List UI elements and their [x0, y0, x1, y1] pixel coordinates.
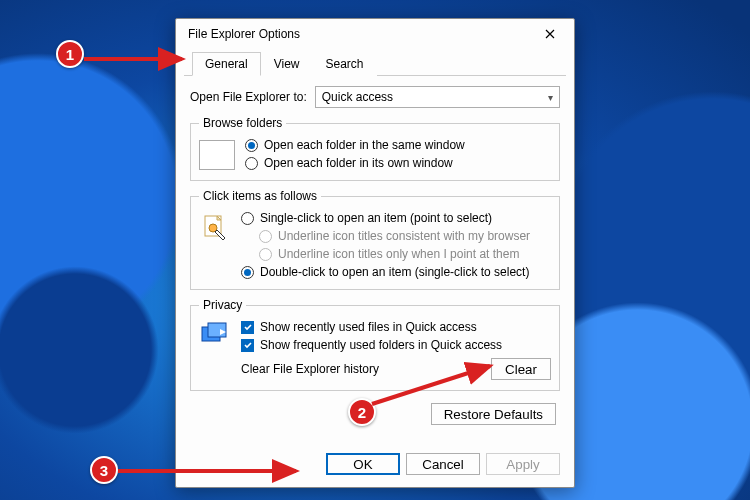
open-explorer-label: Open File Explorer to:	[190, 90, 307, 104]
radio-double-click[interactable]: Double-click to open an item (single-cli…	[241, 265, 530, 279]
radio-underline-browser: Underline icon titles consistent with my…	[259, 229, 530, 243]
annotation-badge-3: 3	[90, 456, 118, 484]
radio-icon	[241, 212, 254, 225]
privacy-group: Privacy Show recently used files in Quic…	[190, 298, 560, 391]
restore-defaults-button[interactable]: Restore Defaults	[431, 403, 556, 425]
tab-view-label: View	[274, 57, 300, 71]
ok-button-label: OK	[353, 457, 372, 472]
check-frequent-folders[interactable]: Show frequently used folders in Quick ac…	[241, 338, 502, 352]
click-items-legend: Click items as follows	[199, 189, 321, 203]
desktop-background: File Explorer Options General View Searc…	[0, 0, 750, 500]
radio-icon	[245, 139, 258, 152]
radio-icon	[259, 230, 272, 243]
open-explorer-value: Quick access	[322, 90, 393, 104]
tab-body: Open File Explorer to: Quick access ▾ Br…	[176, 76, 574, 445]
ok-button[interactable]: OK	[326, 453, 400, 475]
checkbox-icon	[241, 339, 254, 352]
window-title: File Explorer Options	[188, 27, 530, 41]
check-recent-files-label: Show recently used files in Quick access	[260, 320, 477, 334]
check-recent-files[interactable]: Show recently used files in Quick access	[241, 320, 502, 334]
open-explorer-combo[interactable]: Quick access ▾	[315, 86, 560, 108]
radio-single-click[interactable]: Single-click to open an item (point to s…	[241, 211, 530, 225]
click-doc-icon	[199, 213, 231, 245]
privacy-icon	[199, 320, 231, 348]
tab-general[interactable]: General	[192, 52, 261, 76]
close-button[interactable]	[530, 20, 570, 48]
radio-underline-point: Underline icon titles only when I point …	[259, 247, 530, 261]
check-frequent-folders-label: Show frequently used folders in Quick ac…	[260, 338, 502, 352]
browse-folders-legend: Browse folders	[199, 116, 286, 130]
radio-own-window-label: Open each folder in its own window	[264, 156, 453, 170]
titlebar: File Explorer Options	[176, 19, 574, 49]
radio-icon	[241, 266, 254, 279]
annotation-badge-1-label: 1	[66, 46, 74, 63]
restore-defaults-label: Restore Defaults	[444, 407, 543, 422]
annotation-badge-1: 1	[56, 40, 84, 68]
browse-folders-group: Browse folders Open each folder in the s…	[190, 116, 560, 181]
radio-own-window[interactable]: Open each folder in its own window	[245, 156, 465, 170]
tab-search-label: Search	[326, 57, 364, 71]
browse-thumb-icon	[199, 140, 235, 170]
open-explorer-row: Open File Explorer to: Quick access ▾	[190, 86, 560, 108]
svg-rect-3	[208, 323, 226, 337]
cancel-button-label: Cancel	[422, 457, 464, 472]
radio-underline-point-label: Underline icon titles only when I point …	[278, 247, 519, 261]
radio-single-click-label: Single-click to open an item (point to s…	[260, 211, 492, 225]
tab-search[interactable]: Search	[313, 52, 377, 76]
checkbox-icon	[241, 321, 254, 334]
clear-button-label: Clear	[505, 362, 537, 377]
radio-same-window-label: Open each folder in the same window	[264, 138, 465, 152]
radio-underline-browser-label: Underline icon titles consistent with my…	[278, 229, 530, 243]
tab-view[interactable]: View	[261, 52, 313, 76]
cancel-button[interactable]: Cancel	[406, 453, 480, 475]
click-items-group: Click items as follows Single-	[190, 189, 560, 290]
chevron-down-icon: ▾	[548, 92, 553, 103]
apply-button: Apply	[486, 453, 560, 475]
radio-double-click-label: Double-click to open an item (single-cli…	[260, 265, 529, 279]
radio-icon	[259, 248, 272, 261]
tab-general-label: General	[205, 57, 248, 71]
clear-button[interactable]: Clear	[491, 358, 551, 380]
radio-same-window[interactable]: Open each folder in the same window	[245, 138, 465, 152]
annotation-badge-3-label: 3	[100, 462, 108, 479]
privacy-legend: Privacy	[199, 298, 246, 312]
clear-history-label: Clear File Explorer history	[241, 362, 379, 376]
close-icon	[545, 29, 555, 39]
radio-icon	[245, 157, 258, 170]
dialog-footer: OK Cancel Apply	[176, 445, 574, 487]
apply-button-label: Apply	[506, 457, 539, 472]
tab-bar: General View Search	[184, 51, 566, 76]
file-explorer-options-dialog: File Explorer Options General View Searc…	[175, 18, 575, 488]
